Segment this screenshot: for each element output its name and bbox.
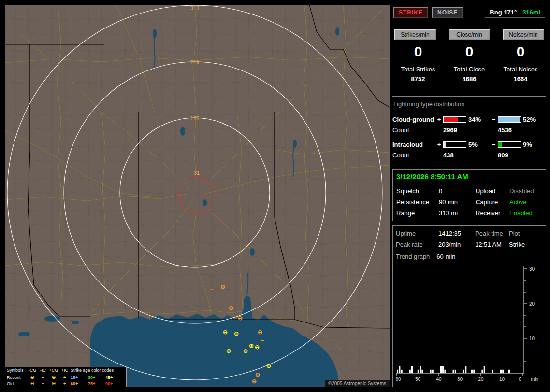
- squelch-value: 0: [439, 187, 476, 195]
- x-tick-50: 50: [415, 377, 421, 382]
- intracloud-negative-count: 809: [492, 152, 546, 159]
- plus-icon: +: [59, 375, 71, 380]
- trend-bars: [397, 366, 510, 373]
- stats-box: Uptime 1412:35 Peak time Plot Peak rate …: [392, 225, 546, 387]
- strikes-per-min-button[interactable]: Strikes/min: [394, 29, 436, 40]
- close-per-min-value: 0: [444, 43, 495, 60]
- cloud-ground-positive-pct: 34%: [468, 116, 481, 123]
- range-label: Range: [396, 210, 439, 217]
- x-tick-10: 10: [499, 377, 505, 382]
- intracloud-row: Intracloud + 5% − 9%: [392, 141, 546, 148]
- cloud-ground-negative-pct: 52%: [523, 116, 536, 123]
- map-legend: Symbols -CG -IC +CG +IC Strike age color…: [5, 367, 127, 387]
- noises-per-min-button[interactable]: Noises/min: [503, 29, 544, 40]
- capture-status: Active: [509, 198, 542, 206]
- stats-grid: Uptime 1412:35 Peak time Plot Peak rate …: [395, 229, 543, 248]
- circle-minus-icon: ⊖: [27, 375, 38, 380]
- legend-header: Symbols -CG -IC +CG +IC Strike age color…: [5, 367, 126, 374]
- datetime-display: 3/12/2026 8:50:11 AM: [393, 170, 546, 183]
- intracloud-negative-pct: 9%: [523, 141, 532, 148]
- receiver-label: Receiver: [476, 210, 509, 217]
- age-code-45: 45+: [105, 375, 123, 380]
- trend-graph-window: 60 min: [436, 253, 455, 260]
- map-canvas: 313 219 125 31: [5, 5, 390, 387]
- cloud-ground-negative-count: 4536: [492, 126, 546, 134]
- legend-age-title: Strike age color codes: [71, 368, 123, 373]
- ring-label-219: 219: [190, 59, 199, 65]
- intracloud-label: Intracloud: [392, 141, 437, 148]
- intracloud-positive-count: 438: [437, 152, 492, 159]
- count-label: Count: [392, 152, 437, 159]
- peak-time-value: 12:51 AM: [475, 241, 509, 248]
- legend-col-ic-neg: -IC: [38, 368, 48, 373]
- minus-icon: −: [38, 381, 48, 386]
- noises-per-min-value: 0: [495, 43, 546, 60]
- y-tick-30: 30: [529, 266, 535, 272]
- plot-value: Strike: [509, 241, 543, 248]
- intracloud-positive-pct: 5%: [468, 141, 478, 148]
- total-noises-value: 1664: [495, 75, 546, 83]
- legend-symbols-title: Symbols: [7, 368, 27, 373]
- peak-rate-label: Peak rate: [396, 241, 438, 248]
- cloud-ground-positive: + 34%: [437, 116, 492, 123]
- circle-minus-icon: ⊖: [27, 381, 38, 386]
- cloud-ground-row: Cloud-ground + 34% − 52%: [392, 116, 546, 123]
- persistence-label: Persistence: [396, 198, 439, 206]
- status-panel: STRIKE NOISE Bng 171° 316mi Strikes/min …: [392, 5, 546, 387]
- x-tick-0: 0: [519, 377, 521, 382]
- legend-row-recent: Recent ⊖ − ⊕ + 15+ 30+ 45+: [5, 374, 126, 380]
- status-box: 3/12/2026 8:50:11 AM Squelch 0 Upload Di…: [392, 169, 546, 221]
- trend-graph: 30 20 10 60 50 40 30 20 10 0 min: [395, 263, 543, 384]
- settings-grid: Squelch 0 Upload Disabled Persistence 90…: [393, 183, 546, 221]
- total-noises-label: Total Noises: [495, 66, 546, 73]
- uptime-label: Uptime: [396, 230, 438, 237]
- plus-icon: +: [59, 381, 71, 386]
- y-ticks: [524, 269, 527, 362]
- noise-mode-button[interactable]: NOISE: [432, 7, 463, 18]
- bearing-range-value: 316mi: [522, 9, 540, 16]
- legend-col-ic-pos: +IC: [59, 368, 71, 373]
- upload-label: Upload: [476, 187, 509, 195]
- cloud-ground-positive-bar: [443, 116, 466, 123]
- cloud-ground-label: Cloud-ground: [392, 116, 437, 123]
- age-code-60: 60+: [71, 381, 88, 386]
- intracloud-negative-bar: [498, 141, 521, 148]
- y-tick-20: 20: [529, 301, 535, 307]
- ring-label-31: 31: [194, 170, 200, 176]
- total-close-value: 4686: [444, 75, 495, 83]
- range-value: 313 mi: [439, 210, 476, 217]
- x-tick-20: 20: [478, 377, 484, 382]
- plus-sign: +: [437, 141, 441, 148]
- peak-rate-value: 203/min: [438, 241, 475, 248]
- minus-sign: −: [492, 141, 496, 148]
- minus-sign: −: [492, 116, 496, 123]
- copyright-notice: ©2005 Astrogenic Systems: [325, 380, 390, 387]
- intracloud-negative: − 9%: [492, 141, 546, 148]
- peak-time-label: Peak time: [475, 230, 509, 237]
- total-close: Total Close 4686: [444, 66, 495, 83]
- uptime-value: 1412:35: [438, 230, 475, 237]
- trend-graph-row: Trend graph 60 min: [396, 253, 543, 260]
- totals-row: Total Strikes 8752 Total Close 4686 Tota…: [392, 66, 546, 83]
- circle-plus-icon: ⊕: [48, 381, 59, 386]
- age-code-75: 75+: [88, 381, 105, 386]
- stormtracker-window: 313 219 125 31 ⊖−⊖⊖⊖⊖⊖⊕⊖⊖⊖−⊖⊖⊖ Symbols -…: [0, 0, 550, 392]
- lightning-map[interactable]: 313 219 125 31 ⊖−⊖⊖⊖⊖⊖⊕⊖⊖⊖−⊖⊖⊖ Symbols -…: [5, 5, 390, 387]
- total-strikes-value: 8752: [392, 75, 444, 83]
- rate-values-row: 0 0 0: [392, 43, 546, 60]
- close-per-min-button[interactable]: Close/min: [449, 29, 490, 40]
- legend-col-cg-pos: +CG: [48, 368, 59, 373]
- strike-mode-button[interactable]: STRIKE: [393, 7, 428, 18]
- age-code-15: 15+: [71, 375, 88, 380]
- intracloud-positive-bar: [443, 141, 466, 148]
- capture-label: Capture: [476, 198, 509, 206]
- count-label: Count: [392, 126, 437, 134]
- strikes-per-min-value: 0: [392, 43, 444, 60]
- legend-recent-label: Recent: [7, 375, 27, 380]
- plus-sign: +: [437, 116, 441, 123]
- circle-plus-icon: ⊕: [48, 375, 59, 380]
- legend-row-old: Old ⊖ − ⊕ + 60+ 75+ 90+: [5, 380, 126, 387]
- legend-col-cg-neg: -CG: [27, 368, 38, 373]
- x-axis-unit: min: [531, 377, 538, 382]
- persistence-value: 90 min: [439, 198, 476, 206]
